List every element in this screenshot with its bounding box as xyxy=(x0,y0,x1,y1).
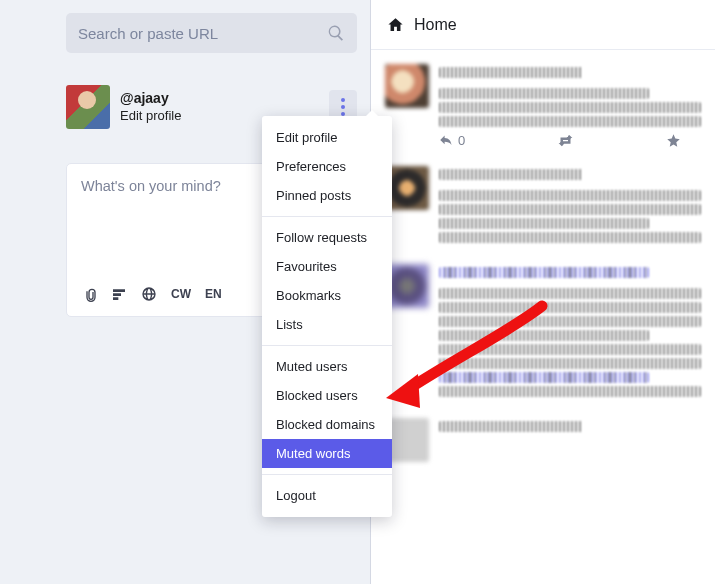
feed[interactable]: 0 xyxy=(371,50,715,478)
boost-button[interactable] xyxy=(558,133,573,148)
reply-count: 0 xyxy=(458,133,465,148)
avatar[interactable] xyxy=(385,64,429,108)
menu-item-muted-users[interactable]: Muted users xyxy=(262,352,392,381)
menu-item-pinned-posts[interactable]: Pinned posts xyxy=(262,181,392,210)
feed-post[interactable]: 0 xyxy=(371,56,715,158)
home-icon xyxy=(387,16,404,33)
menu-item-follow-requests[interactable]: Follow requests xyxy=(262,223,392,252)
timeline-column: Home 0 xyxy=(370,0,715,584)
menu-separator xyxy=(262,216,392,217)
post-actions: 0 xyxy=(439,133,701,148)
menu-item-muted-words[interactable]: Muted words xyxy=(262,439,392,468)
menu-item-edit-profile[interactable]: Edit profile xyxy=(262,123,392,152)
poll-icon[interactable] xyxy=(111,286,127,302)
globe-icon[interactable] xyxy=(141,286,157,302)
menu-item-bookmarks[interactable]: Bookmarks xyxy=(262,281,392,310)
search-icon xyxy=(327,24,345,42)
attach-icon[interactable] xyxy=(81,286,97,302)
column-header: Home xyxy=(371,0,715,50)
feed-post[interactable] xyxy=(371,158,715,256)
star-icon xyxy=(666,133,681,148)
menu-separator xyxy=(262,474,392,475)
reply-icon xyxy=(439,133,454,148)
boost-icon xyxy=(558,133,573,148)
menu-item-blocked-domains[interactable]: Blocked domains xyxy=(262,410,392,439)
column-title: Home xyxy=(414,16,457,34)
menu-item-logout[interactable]: Logout xyxy=(262,481,392,510)
cw-toggle[interactable]: CW xyxy=(171,287,191,301)
reply-button[interactable]: 0 xyxy=(439,133,465,148)
avatar[interactable] xyxy=(66,85,110,129)
edit-profile-link[interactable]: Edit profile xyxy=(120,108,181,125)
feed-post[interactable] xyxy=(371,410,715,472)
profile-dropdown-menu: Edit profilePreferencesPinned postsFollo… xyxy=(262,116,392,517)
search-box[interactable] xyxy=(66,13,357,53)
menu-separator xyxy=(262,345,392,346)
feed-post[interactable] xyxy=(371,256,715,410)
menu-item-lists[interactable]: Lists xyxy=(262,310,392,339)
language-picker[interactable]: EN xyxy=(205,287,222,301)
menu-item-favourites[interactable]: Favourites xyxy=(262,252,392,281)
menu-item-preferences[interactable]: Preferences xyxy=(262,152,392,181)
username[interactable]: @ajaay xyxy=(120,89,181,107)
favourite-button[interactable] xyxy=(666,133,681,148)
search-input[interactable] xyxy=(78,25,327,42)
menu-item-blocked-users[interactable]: Blocked users xyxy=(262,381,392,410)
